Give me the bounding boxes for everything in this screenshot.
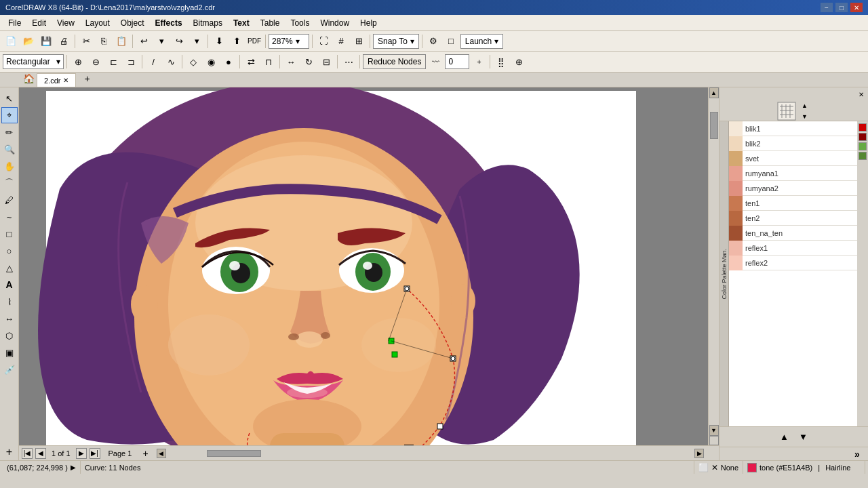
add-node-button[interactable]: ⊕ [70, 54, 86, 70]
coords-expand[interactable]: ▶ [71, 464, 76, 471]
palette-item-reflex2[interactable]: reflex2 [729, 256, 857, 270]
canvas-area[interactable]: ⊕ [19, 87, 708, 445]
menu-layout[interactable]: Layout [80, 16, 115, 30]
hscroll-left[interactable]: ◀ [157, 449, 166, 458]
menu-object[interactable]: Object [115, 16, 150, 30]
node-type-select[interactable]: Rectangular ▾ [3, 54, 64, 69]
select-tool[interactable]: ↖ [1, 90, 18, 106]
vertical-scrollbar[interactable]: ▲ ▼ [708, 87, 719, 445]
palette-more-button[interactable]: » [849, 446, 865, 462]
bezier-tool[interactable]: ⌒ [1, 175, 18, 191]
smart-fill-tool[interactable]: ▣ [1, 344, 18, 361]
add-page-icon[interactable]: + [142, 448, 148, 459]
pdf-button[interactable]: PDF [246, 33, 262, 49]
close-button[interactable]: ✕ [850, 3, 863, 12]
eyedropper-tool[interactable]: 💉 [1, 361, 18, 378]
stroke-color-swatch[interactable] [747, 463, 757, 472]
palette-item-rumyana2[interactable]: rumyana2 [729, 181, 857, 196]
rectangle-tool[interactable]: □ [1, 226, 18, 242]
interactive-fill-tool[interactable]: ⬡ [1, 327, 18, 344]
add-object-button[interactable]: + [1, 444, 18, 460]
select-all-nodes-button[interactable]: ⣿ [493, 54, 509, 70]
menu-effects[interactable]: Effects [150, 16, 188, 30]
node-number-input[interactable]: 0 [445, 54, 469, 69]
polygon-tool[interactable]: △ [1, 260, 18, 276]
color-navigator[interactable] [776, 101, 797, 121]
tab-close-icon[interactable]: ✕ [63, 77, 68, 84]
cut-button[interactable]: ✂ [78, 33, 94, 49]
guidelines-button[interactable]: ⊞ [351, 33, 367, 49]
extract-subpath-button[interactable]: ⊓ [260, 54, 277, 70]
align-nodes-button[interactable]: ⊟ [318, 54, 334, 70]
delete-node-button[interactable]: ⊖ [87, 54, 104, 70]
palette-item-rumyana1[interactable]: rumyana1 [729, 166, 857, 181]
text-tool[interactable]: A [1, 277, 18, 293]
palette-scroll-down[interactable]: ▼ [795, 429, 812, 445]
menu-table[interactable]: Table [255, 16, 285, 30]
page-first-button[interactable]: |◀ [22, 448, 33, 459]
palette-item-svet[interactable]: svet [729, 151, 857, 166]
symmetrical-node-button[interactable]: ● [220, 54, 237, 70]
zoom-fit-button[interactable]: ⊕ [511, 54, 527, 70]
palette-item-blik1[interactable]: blik1 [729, 121, 857, 136]
break-node-button[interactable]: ⊐ [123, 54, 139, 70]
rp-nav-down[interactable]: ▼ [798, 112, 812, 121]
palette-item-ten1[interactable]: ten1 [729, 196, 857, 211]
print-button[interactable]: 🖨 [56, 33, 72, 49]
join-nodes-button[interactable]: ⊏ [105, 54, 121, 70]
undo-dropdown[interactable]: ▾ [153, 33, 170, 49]
paste-button[interactable]: 📋 [113, 33, 130, 49]
menu-window[interactable]: Window [315, 16, 355, 30]
node-num-increase[interactable]: + [471, 54, 487, 70]
open-button[interactable]: 📂 [20, 33, 37, 49]
scroll-color-3[interactable] [859, 142, 867, 150]
connector-tool[interactable]: ⌇ [1, 293, 18, 310]
launch-button[interactable]: Launch ▾ [460, 34, 503, 49]
hscroll-thumb[interactable] [207, 450, 261, 457]
vscroll-down[interactable]: ▼ [709, 425, 719, 436]
undo-button[interactable]: ↩ [136, 33, 152, 49]
redo-button[interactable]: ↪ [171, 33, 187, 49]
smooth-node-button[interactable]: ◉ [203, 54, 219, 70]
menu-view[interactable]: View [52, 16, 80, 30]
zoom-tool[interactable]: 🔍 [1, 141, 18, 157]
pan-tool[interactable]: ✋ [1, 158, 18, 174]
page-prev-button[interactable]: ◀ [35, 448, 46, 459]
curve-segment-button[interactable]: ∿ [163, 54, 179, 70]
maximize-button[interactable]: □ [835, 3, 848, 12]
zoom-input[interactable]: 287% ▾ [269, 34, 309, 49]
palette-item-ten_na_ten[interactable]: ten_na_ten [729, 226, 857, 241]
snap-to-button[interactable]: Snap To ▾ [373, 34, 419, 49]
save-button[interactable]: 💾 [38, 33, 54, 49]
node-properties-button[interactable]: ⋯ [340, 54, 357, 70]
pen-tool[interactable]: 🖊 [1, 192, 18, 208]
export-button[interactable]: ⬆ [229, 33, 245, 49]
menu-help[interactable]: Help [355, 16, 382, 30]
scroll-color-2[interactable] [859, 133, 867, 141]
page-next-button[interactable]: ▶ [76, 448, 87, 459]
hscroll-track[interactable] [166, 449, 694, 458]
artistic-media-tool[interactable]: ~ [1, 209, 18, 225]
hscroll-right[interactable]: ▶ [694, 449, 704, 458]
vscroll-thumb[interactable] [710, 112, 718, 139]
vscroll-up[interactable]: ▲ [709, 87, 719, 98]
redo-dropdown[interactable]: ▾ [189, 33, 205, 49]
scroll-color-1[interactable] [859, 123, 867, 131]
menu-tools[interactable]: Tools [285, 16, 315, 30]
home-icon[interactable]: 🏠 [20, 70, 37, 87]
menu-text[interactable]: Text [228, 16, 255, 30]
menu-file[interactable]: File [3, 16, 26, 30]
reduce-nodes-button[interactable]: Reduce Nodes [363, 54, 426, 69]
minimize-button[interactable]: − [821, 3, 833, 12]
menu-bitmaps[interactable]: Bitmaps [188, 16, 228, 30]
workspace-button[interactable]: □ [443, 33, 459, 49]
line-segment-button[interactable]: / [145, 54, 161, 70]
cusp-node-button[interactable]: ◇ [185, 54, 201, 70]
rotate-node-button[interactable]: ↻ [300, 54, 317, 70]
palette-item-ten2[interactable]: ten2 [729, 211, 857, 226]
ellipse-tool[interactable]: ○ [1, 243, 18, 259]
grid-button[interactable]: # [333, 33, 349, 49]
freehand-tool[interactable]: ✏ [1, 124, 18, 140]
stretch-node-button[interactable]: ↔ [283, 54, 299, 70]
palette-item-reflex1[interactable]: reflex1 [729, 241, 857, 256]
